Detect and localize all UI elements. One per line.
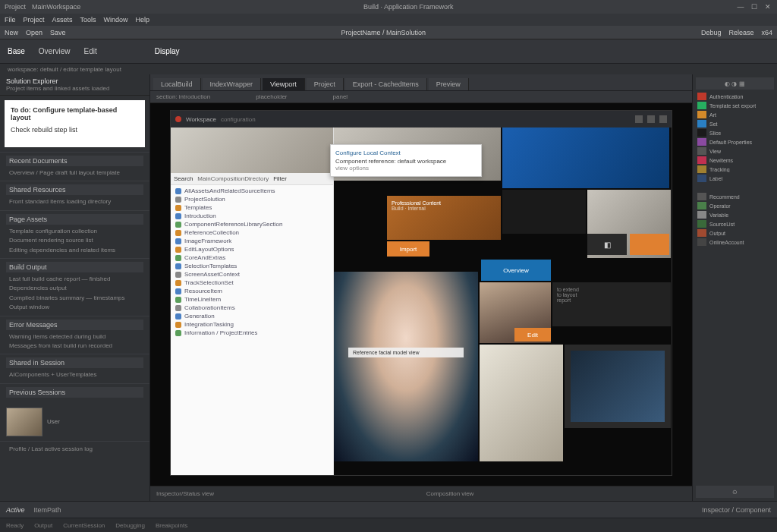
right-panel-item[interactable]: SourceList: [696, 219, 774, 228]
tree-item[interactable]: EditLayoutOptions: [171, 245, 333, 253]
right-panel-item[interactable]: Tracking: [696, 165, 774, 174]
tile-icon-dark[interactable]: ◧: [587, 234, 627, 255]
right-panel-item[interactable]: Label: [696, 174, 774, 183]
section-row[interactable]: Messages from last build run recorded: [6, 342, 143, 351]
tool-open[interactable]: Open: [26, 29, 42, 36]
tree-item[interactable]: IntegrationTasking: [171, 320, 333, 329]
import-button[interactable]: Import: [387, 241, 429, 257]
ribbon-tab-base[interactable]: Base: [8, 47, 25, 55]
right-panel-item[interactable]: Art: [696, 110, 774, 119]
tool-debug[interactable]: Debug: [701, 29, 722, 36]
canvas[interactable]: Workspace configuration Configure Local …: [171, 111, 672, 475]
tree-item[interactable]: Introduction: [171, 212, 333, 220]
section-row[interactable]: Front standard items loading directory: [6, 197, 143, 206]
edit-button[interactable]: Edit: [514, 328, 551, 342]
right-panel-item[interactable]: Recommend: [696, 192, 774, 201]
user-thumb[interactable]: User: [0, 403, 149, 441]
bottom-session[interactable]: CurrentSession: [63, 522, 105, 529]
section-row[interactable]: Template configuration collection: [6, 227, 143, 236]
tree-item[interactable]: ReferenceCollection: [171, 228, 333, 237]
section-row[interactable]: AIComponents + UserTemplates: [6, 370, 143, 379]
section-row[interactable]: Editing dependencies and related items: [6, 246, 143, 255]
menu-project[interactable]: Project: [24, 16, 45, 24]
tree-item[interactable]: TrackSelectionSet: [171, 279, 333, 287]
max-button[interactable]: ☐: [750, 3, 759, 11]
tree-item[interactable]: Information / ProjectEntries: [171, 329, 333, 337]
tree-item[interactable]: TimeLineItem: [171, 295, 333, 304]
section-row[interactable]: Last full build cache report — finished: [6, 275, 143, 284]
editor-tab[interactable]: LocalBuild: [153, 78, 201, 90]
right-panel-item[interactable]: Operator: [696, 201, 774, 210]
tile-desktop[interactable]: [502, 127, 669, 188]
tree-item[interactable]: Templates: [171, 203, 333, 212]
canvas-tool-icon[interactable]: [635, 115, 643, 123]
right-panel-item[interactable]: Authentication: [696, 92, 774, 101]
section-header[interactable]: Recent Documents: [6, 156, 143, 166]
canvas-tool-icon[interactable]: [647, 115, 655, 123]
section-header[interactable]: Build Output: [6, 262, 143, 272]
menu-assets[interactable]: Assets: [52, 16, 73, 24]
tree-item[interactable]: ImageFramework: [171, 237, 333, 245]
right-panel-item[interactable]: Set: [696, 119, 774, 128]
crumb-2[interactable]: panel: [333, 93, 348, 100]
tree-search[interactable]: Search: [174, 175, 193, 182]
right-panel-item[interactable]: Variable: [696, 210, 774, 219]
tree-item[interactable]: CollaborationItems: [171, 304, 333, 312]
right-panel-item[interactable]: Default Properties: [696, 137, 774, 146]
tile-icon-orange[interactable]: [630, 234, 669, 255]
tile-monitor[interactable]: [565, 345, 671, 428]
tile-orange-card[interactable]: Professional Content Build · Internal: [387, 196, 501, 240]
menu-file[interactable]: File: [5, 16, 16, 24]
tree-item[interactable]: ProjectSolution: [171, 195, 333, 203]
right-panel-footer-icon[interactable]: ⊙: [696, 486, 774, 498]
tool-save[interactable]: Save: [50, 29, 66, 36]
right-panel-item[interactable]: Slice: [696, 128, 774, 137]
bottom-output[interactable]: Output: [34, 522, 52, 529]
section-row[interactable]: Dependencies output: [6, 284, 143, 293]
ribbon-tab-edit[interactable]: Edit: [83, 47, 96, 55]
section-header[interactable]: Page Assets: [6, 214, 143, 225]
tool-arch[interactable]: x64: [762, 29, 773, 36]
canvas-tool-icon[interactable]: [659, 115, 667, 123]
tool-release[interactable]: Release: [728, 29, 753, 36]
tile-glass[interactable]: [480, 345, 563, 461]
section-row[interactable]: Document rendering source list: [6, 236, 143, 245]
right-panel-item[interactable]: NewItems: [696, 156, 774, 165]
popup-link[interactable]: Configure Local Context: [335, 150, 477, 156]
right-panel-item[interactable]: OnlineAccount: [696, 238, 774, 247]
tree-item[interactable]: ComponentReferenceLibrarySection: [171, 220, 333, 228]
tile-dark-panel[interactable]: [502, 190, 586, 234]
section-row[interactable]: Overview / Page draft full layout templa…: [6, 168, 143, 178]
section-header[interactable]: Shared Resources: [6, 184, 143, 195]
right-panel-item[interactable]: Template set export: [696, 101, 774, 110]
right-panel-item[interactable]: Output: [696, 228, 774, 238]
bottom-debug[interactable]: Debugging: [115, 522, 145, 529]
tree-item[interactable]: AllAssetsAndRelatedSourceItems: [171, 187, 333, 195]
crumb-0[interactable]: section: introduction: [156, 93, 210, 100]
crumb-1[interactable]: placeholder: [256, 93, 287, 100]
editor-tab[interactable]: Export - CachedItems: [345, 78, 427, 90]
ribbon-tab-overview[interactable]: Overview: [39, 47, 71, 55]
menu-window[interactable]: Window: [104, 16, 128, 24]
tile-dark-text[interactable]: to extend to layout report: [552, 282, 671, 326]
tree-item[interactable]: CoreAndExtras: [171, 253, 333, 262]
min-button[interactable]: —: [736, 3, 745, 11]
tree-item[interactable]: SelectionTemplates: [171, 262, 333, 270]
menu-help[interactable]: Help: [136, 16, 150, 24]
section-row[interactable]: Compiled binaries summary — timestamps: [6, 294, 143, 303]
editor-tab[interactable]: IndexWrapper: [203, 78, 261, 90]
editor-tab[interactable]: Viewport: [263, 78, 305, 90]
menu-tools[interactable]: Tools: [80, 16, 96, 24]
section-header[interactable]: Error Messages: [6, 320, 143, 330]
close-button[interactable]: ✕: [763, 3, 772, 11]
tree-item[interactable]: Generation: [171, 312, 333, 320]
right-panel-item[interactable]: View: [696, 146, 774, 156]
overview-button[interactable]: Overview: [481, 260, 551, 281]
bottom-breakpoints[interactable]: Breakpoints: [156, 522, 187, 529]
editor-tab[interactable]: Project: [307, 78, 344, 90]
section-header[interactable]: Previous Sessions: [6, 387, 143, 398]
tree-filter[interactable]: Filter: [273, 175, 287, 182]
tile-portrait[interactable]: Reference facial model view: [334, 272, 478, 461]
section-row[interactable]: Output window: [6, 303, 143, 312]
tool-new[interactable]: New: [5, 29, 18, 36]
